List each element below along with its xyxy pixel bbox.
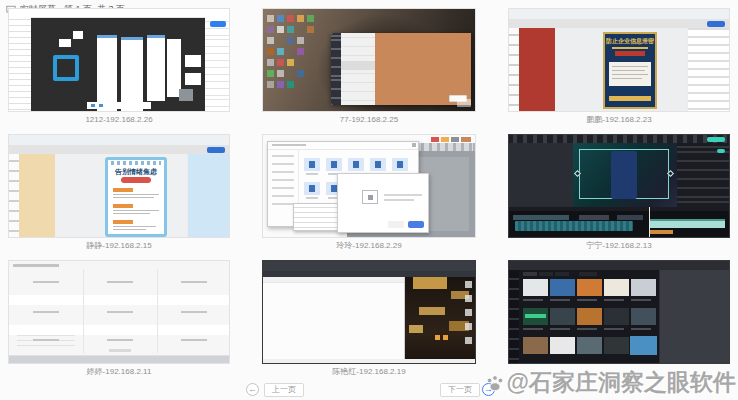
screen-caption: 玲玲-192.168.2.29 (262, 241, 476, 251)
poster-notebook: 告别情绪焦虑 (105, 157, 167, 237)
screen-tile-9[interactable] (508, 260, 730, 380)
wechat-chat-list (341, 33, 375, 105)
taskbar-corner-icons (431, 137, 476, 143)
editor-topbar (509, 135, 730, 143)
nested-monitor-grid-layer (9, 261, 229, 363)
remote-screen-4[interactable]: 告别情绪焦虑 (8, 134, 230, 238)
wallpaper-logo (457, 99, 471, 107)
screen-caption: 婷婷-192.168.2.11 (8, 367, 230, 377)
screen-tile-3[interactable]: 防止企业信息泄密 鹏鹏-192.168.2.23 (508, 8, 730, 128)
remote-screen-5[interactable] (262, 134, 476, 238)
remote-screen-7[interactable] (8, 260, 230, 364)
prev-page-button[interactable]: 上一页 (264, 383, 304, 397)
screen-tile-7[interactable]: 婷婷-192.168.2.11 (8, 260, 230, 380)
toggle-shape (717, 149, 725, 153)
remote-screen-8[interactable] (262, 260, 476, 364)
screen-caption: 1212-192.168.2.26 (8, 115, 230, 125)
media-bin (509, 143, 573, 207)
design-canvas (31, 17, 205, 112)
watermark-text: @石家庄洞察之眼软件 (507, 367, 736, 398)
properties-panel (677, 143, 730, 207)
paw-logo-icon (485, 373, 505, 393)
poster-content-layer (605, 34, 655, 107)
screen-tile-1[interactable]: 1212-192.168.2.26 (8, 8, 230, 128)
preview-viewport (573, 143, 677, 207)
template-sidebar (19, 154, 56, 238)
poster-sections-layer (108, 160, 164, 234)
screen-caption: 陈艳红-192.168.2.19 (262, 367, 476, 377)
screen-caption: 静静-192.168.2.15 (8, 241, 230, 251)
remote-screen-3[interactable]: 防止企业信息泄密 (508, 8, 730, 112)
windows-taskbar (263, 359, 476, 364)
screen-tile-4[interactable]: 告别情绪焦虑 静静-192.168.2.15 (8, 134, 230, 254)
confirm-button-shape (408, 221, 424, 228)
remote-screen-9[interactable] (508, 260, 730, 364)
wechat-sidebar (331, 33, 341, 105)
layers-panel (9, 17, 31, 112)
screen-caption: 77-192.168.2.25 (262, 115, 476, 125)
share-button-shape (210, 21, 226, 27)
secondary-dialog (337, 173, 429, 233)
brand-logo-shape (53, 55, 79, 81)
selected-template-outline (630, 336, 657, 355)
remote-screen-2[interactable] (262, 8, 476, 112)
screen-tile-6[interactable]: 宁宁-192.168.2.13 (508, 134, 730, 254)
screen-tile-5[interactable]: 玲玲-192.168.2.29 (262, 134, 476, 254)
next-page-button[interactable]: 下一页 (440, 383, 480, 397)
properties-panel (205, 17, 230, 112)
watermark: @石家庄洞察之眼软件 (485, 367, 736, 398)
timeline (509, 207, 730, 238)
windows-taskbar (9, 355, 230, 364)
export-button-shape (707, 137, 725, 142)
desktop-icons-column (263, 261, 475, 363)
screen-tile-2[interactable]: 77-192.168.2.25 (262, 8, 476, 128)
canvas-area: 防止企业信息泄密 (555, 28, 687, 112)
playhead (649, 207, 650, 238)
detail-panel (659, 270, 730, 364)
monitor-app-window: 实时屏幕 - 第 1 页, 共 3 页 1212-192.168.2.26 (0, 0, 738, 400)
poster-navy: 防止企业信息泄密 (603, 32, 657, 109)
remote-screen-6[interactable] (508, 134, 730, 238)
screen-tile-8[interactable]: 陈艳红-192.168.2.19 (262, 260, 476, 380)
wechat-selected-chat (341, 61, 375, 70)
wechat-window (331, 33, 471, 105)
arrow-left-circle-icon: ← (248, 384, 257, 394)
phone-mock-card (611, 151, 637, 199)
format-panel (187, 154, 230, 238)
remote-screen-1[interactable] (8, 8, 230, 112)
app-chrome-top (9, 9, 230, 18)
screen-caption: 宁宁-192.168.2.13 (508, 241, 730, 251)
screen-caption: 鹏鹏-192.168.2.23 (508, 115, 730, 125)
download-button-shape (707, 21, 725, 27)
format-panel (687, 28, 730, 112)
download-button-shape (207, 147, 225, 153)
desktop-icons-grid (265, 13, 327, 93)
template-sidebar (519, 28, 556, 112)
prev-page-icon-button[interactable]: ← (246, 383, 259, 396)
main-clip (515, 221, 633, 231)
canvas-area: 告别情绪焦虑 (55, 154, 187, 238)
